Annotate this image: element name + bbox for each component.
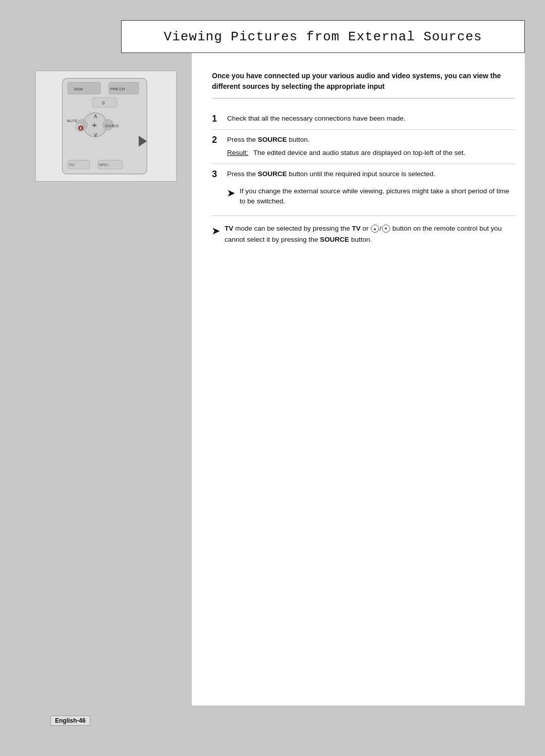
step-3-note: ➤ If you change the external source whil… [227,182,515,211]
remote-control-svg: DNIe PRE-CH 0 MUTE + ∧ ∨ SOURCE − [50,76,161,177]
step-2-content: Press the SOURCE button. Result: The edi… [227,135,515,158]
step-2-result: Result: The edited device and audio stat… [227,148,515,158]
svg-text:🔇: 🔇 [78,125,84,131]
title-box: Viewing Pictures from External Sources [121,20,525,53]
svg-text:DNIe: DNIe [74,87,83,91]
svg-text:PRE-CH: PRE-CH [111,87,125,91]
step-3-content: Press the SOURCE button until the requir… [227,169,515,211]
intro-text: Once you have connected up your various … [212,71,515,98]
svg-rect-5 [92,97,117,107]
svg-text:∧: ∧ [93,113,98,120]
result-label: Result: [227,148,248,158]
svg-text:0: 0 [102,100,104,105]
footer-page-number: English-46 [50,716,90,726]
remote-image: DNIe PRE-CH 0 MUTE + ∧ ∨ SOURCE − [35,71,177,182]
page-container: Viewing Pictures from External Sources D… [20,20,525,736]
circle-up-icon: ▲ [371,225,379,233]
step-1-number: 1 [212,114,227,124]
svg-text:TV□: TV□ [69,163,75,167]
tv-note-row: ➤ TV mode can be selected by pressing th… [212,216,515,252]
step-3-number: 3 [212,169,227,180]
step-3-row: 3 Press the SOURCE button until the requ… [212,164,515,217]
svg-rect-1 [68,82,100,94]
step-2-number: 2 [212,135,227,145]
step-1-row: 1 Check that all the necessary connectio… [212,109,515,130]
circle-down-icon: ▼ [382,225,390,233]
tv-note-content: TV mode can be selected by pressing the … [225,223,515,245]
result-text: The edited device and audio status are d… [253,148,465,158]
svg-text:INFO□: INFO□ [99,163,108,167]
svg-text:−: − [92,121,97,131]
step-1-content: Check that all the necessary connections… [227,114,515,124]
steps-container: 1 Check that all the necessary connectio… [212,109,515,216]
svg-text:MUTE: MUTE [67,119,77,123]
svg-text:∨: ∨ [93,131,98,138]
step-2-row: 2 Press the SOURCE button. Result: The e… [212,130,515,164]
content-area: Once you have connected up your various … [212,71,515,695]
page-title: Viewing Pictures from External Sources [164,29,482,44]
tv-note-arrow-icon: ➤ [212,224,220,239]
arrow-icon-note: ➤ [227,187,235,200]
